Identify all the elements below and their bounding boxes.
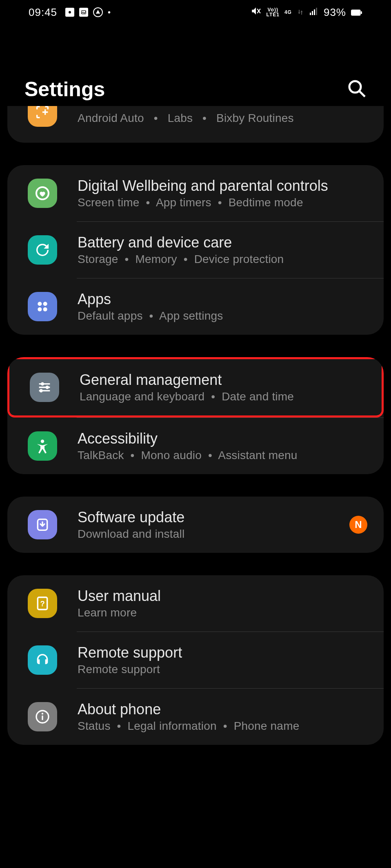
battery-percent: 93% <box>324 6 346 19</box>
remote-support-title: Remote support <box>78 644 367 661</box>
group-advanced-peek: Android Auto • Labs • Bixby Routines <box>7 106 384 143</box>
sub-part: Storage <box>78 253 118 265</box>
general-management-title: General management <box>80 371 365 389</box>
row-software-update[interactable]: Software update Download and install N <box>7 497 384 553</box>
group-about: ? User manual Learn more Remote support … <box>7 575 384 745</box>
sub-part: Default apps <box>78 309 143 322</box>
status-left: 09:45 • <box>29 6 111 19</box>
svg-rect-6 <box>314 9 315 15</box>
status-bar: 09:45 • Vo)) LTE1 4G 93% <box>0 0 391 24</box>
notification-icon <box>65 8 74 17</box>
sub-part: TalkBack <box>78 449 124 462</box>
sub-part: Device protection <box>194 253 284 265</box>
apps-icon <box>28 292 57 321</box>
svg-rect-8 <box>351 9 361 15</box>
sub-part: Phone name <box>234 720 300 732</box>
svg-point-16 <box>38 307 42 311</box>
gallery-icon <box>79 8 88 17</box>
software-update-subtitle: Download and install <box>78 528 341 541</box>
accessibility-labels: Accessibility TalkBack • Mono audio • As… <box>78 430 367 462</box>
svg-text:?: ? <box>40 599 44 608</box>
about-phone-subtitle: Status • Legal information • Phone name <box>78 720 367 733</box>
volte-indicator: Vo)) LTE1 <box>266 7 279 17</box>
advanced-features-subtitle: Android Auto • Labs • Bixby Routines <box>78 112 367 125</box>
battery-care-labels: Battery and device care Storage • Memory… <box>78 234 367 266</box>
dot-separator: • <box>196 112 213 124</box>
wellbeing-icon <box>28 179 57 208</box>
row-general-management[interactable]: General management Language and keyboard… <box>7 357 384 417</box>
sub-part: Android Auto <box>78 112 144 124</box>
svg-point-0 <box>69 11 71 13</box>
row-user-manual[interactable]: ? User manual Learn more <box>7 575 384 632</box>
network-indicator: 4G <box>284 10 292 15</box>
sub-part: App timers <box>156 196 211 209</box>
accessibility-title: Accessibility <box>78 430 367 447</box>
row-accessibility[interactable]: Accessibility TalkBack • Mono audio • As… <box>7 418 384 474</box>
about-phone-labels: About phone Status • Legal information •… <box>78 701 367 733</box>
remote-support-icon <box>28 645 57 675</box>
group-wellbeing: Digital Wellbeing and parental controls … <box>7 165 384 335</box>
apps-title: Apps <box>78 291 367 308</box>
accessibility-icon <box>28 431 57 461</box>
svg-rect-4 <box>310 13 311 15</box>
svg-rect-10 <box>360 10 361 15</box>
advanced-features-icon <box>28 106 57 127</box>
wellbeing-subtitle: Screen time • App timers • Bedtime mode <box>78 196 367 209</box>
sub-part: Language and keyboard <box>80 390 204 403</box>
sub-part: Bixby Routines <box>216 112 294 124</box>
svg-point-14 <box>38 302 42 306</box>
settings-list[interactable]: Android Auto • Labs • Bixby Routines Dig… <box>0 110 391 767</box>
remote-support-subtitle: Remote support <box>78 663 367 676</box>
apps-subtitle: Default apps • App settings <box>78 309 367 322</box>
user-manual-title: User manual <box>78 588 367 605</box>
sub-part: Date and time <box>222 390 294 403</box>
apps-labels: Apps Default apps • App settings <box>78 291 367 322</box>
status-right: Vo)) LTE1 4G 93% <box>251 6 362 19</box>
about-phone-icon <box>28 702 57 731</box>
battery-care-icon <box>28 235 57 265</box>
wellbeing-labels: Digital Wellbeing and parental controls … <box>78 177 367 209</box>
general-management-icon <box>30 373 59 402</box>
user-manual-subtitle: Learn more <box>78 606 367 619</box>
more-notifications-icon: • <box>108 8 111 17</box>
sub-part: Bedtime mode <box>229 196 303 209</box>
dot-separator: • <box>147 112 164 124</box>
software-update-title: Software update <box>78 509 341 526</box>
row-digital-wellbeing[interactable]: Digital Wellbeing and parental controls … <box>7 165 384 221</box>
remote-support-labels: Remote support Remote support <box>78 644 367 676</box>
row-apps[interactable]: Apps Default apps • App settings <box>7 278 384 335</box>
status-time: 09:45 <box>29 6 57 19</box>
svg-rect-7 <box>316 8 317 15</box>
svg-point-23 <box>40 389 43 392</box>
advanced-features-labels: Android Auto • Labs • Bixby Routines <box>78 112 367 125</box>
svg-point-24 <box>41 440 44 443</box>
wellbeing-title: Digital Wellbeing and parental controls <box>78 177 367 194</box>
software-update-icon <box>28 510 57 539</box>
sub-part: Screen time <box>78 196 140 209</box>
general-management-labels: General management Language and keyboard… <box>80 371 365 403</box>
svg-line-12 <box>359 91 365 97</box>
page-title: Settings <box>24 77 105 101</box>
battery-care-title: Battery and device care <box>78 234 367 251</box>
svg-point-17 <box>43 307 47 311</box>
svg-rect-9 <box>361 11 362 13</box>
row-battery-care[interactable]: Battery and device care Storage • Memory… <box>7 222 384 278</box>
row-advanced-features[interactable]: Android Auto • Labs • Bixby Routines <box>7 106 384 143</box>
svg-point-15 <box>43 302 47 306</box>
sub-part: Status <box>78 720 111 732</box>
status-left-icons: • <box>65 7 111 17</box>
sub-part: Assistant menu <box>218 449 297 462</box>
row-remote-support[interactable]: Remote support Remote support <box>7 632 384 688</box>
user-manual-labels: User manual Learn more <box>78 588 367 619</box>
svg-point-19 <box>41 382 44 386</box>
group-general: General management Language and keyboard… <box>7 357 384 474</box>
battery-care-subtitle: Storage • Memory • Device protection <box>78 253 367 266</box>
svg-point-11 <box>349 81 361 93</box>
user-manual-icon: ? <box>28 589 57 618</box>
row-about-phone[interactable]: About phone Status • Legal information •… <box>7 689 384 745</box>
search-button[interactable] <box>347 79 367 100</box>
sub-part: Memory <box>135 253 177 265</box>
software-update-labels: Software update Download and install <box>78 509 341 541</box>
general-management-subtitle: Language and keyboard • Date and time <box>80 390 365 403</box>
sub-part: Labs <box>168 112 193 124</box>
